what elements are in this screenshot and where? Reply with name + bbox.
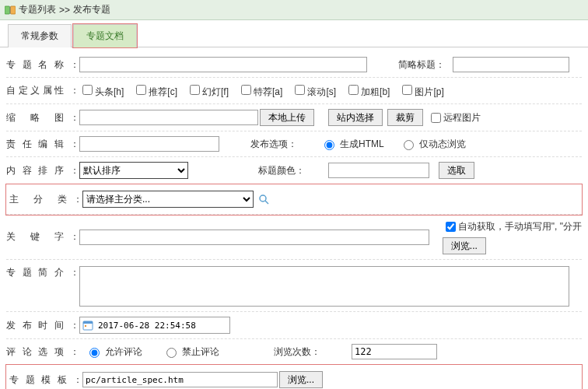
svg-rect-7: [85, 325, 86, 327]
label-pub-time: 发布时间: [6, 319, 68, 332]
custom-attr-group: 头条[h] 推荐[c] 幻灯[f] 特荐[a] 滚动[s] 加粗[b] 图片[p…: [79, 82, 450, 99]
label-deny-comment: 禁止评论: [182, 345, 219, 359]
keywords-browse-button[interactable]: 浏览...: [443, 237, 486, 254]
template-input[interactable]: [82, 372, 278, 387]
flag-b[interactable]: [348, 85, 359, 95]
book-icon: [5, 5, 16, 15]
label-comment-opt: 评论选项: [6, 345, 68, 359]
flag-h[interactable]: [82, 85, 93, 95]
remote-img-checkbox[interactable]: [431, 113, 441, 123]
svg-point-3: [260, 195, 266, 202]
svg-rect-6: [83, 321, 93, 324]
svg-rect-1: [11, 6, 16, 14]
label-sort: 内容排序: [6, 164, 68, 177]
label-editor: 责任编辑: [6, 138, 68, 151]
label-remote-img: 远程图片: [443, 111, 481, 124]
flag-p[interactable]: [402, 85, 412, 95]
label-custom-attr: 自定义属性: [6, 84, 68, 97]
breadcrumb-current: 发布专题: [73, 3, 110, 16]
label-keywords: 关键字: [6, 230, 68, 244]
local-upload-button[interactable]: 本地上传: [260, 109, 314, 126]
radio-allow-comment[interactable]: [89, 348, 100, 358]
main-cat-select[interactable]: 请选择主分类...: [82, 191, 254, 208]
label-title-color: 标题颜色：: [250, 164, 313, 177]
label-allow-comment: 允许评论: [105, 345, 142, 359]
label-pub-option: 发布选项：: [243, 138, 305, 151]
editor-input[interactable]: [79, 136, 219, 152]
tab-general[interactable]: 常规参数: [8, 24, 72, 47]
label-short-title: 简略标题：: [390, 58, 453, 72]
keywords-input[interactable]: [79, 230, 429, 245]
label-main-cat: 主分类: [9, 193, 72, 206]
summary-textarea[interactable]: [79, 266, 569, 307]
crop-button[interactable]: 裁剪: [387, 109, 423, 126]
label-dynamic-only: 仅动态浏览: [419, 138, 466, 151]
template-browse-button[interactable]: 浏览...: [279, 371, 323, 388]
breadcrumb: 专题列表 >> 发布专题: [0, 0, 588, 20]
tab-doc[interactable]: 专题文档: [73, 24, 137, 47]
breadcrumb-sep: >>: [59, 5, 70, 16]
pick-color-button[interactable]: 选取: [439, 162, 474, 179]
label-summary: 专题简介: [6, 266, 68, 279]
label-template: 专题模板: [9, 373, 72, 387]
short-title-input[interactable]: [453, 57, 569, 72]
auto-fetch-checkbox[interactable]: [446, 222, 456, 232]
title-color-input[interactable]: [328, 163, 429, 178]
label-title: 专题名称: [6, 58, 68, 72]
site-select-button[interactable]: 站内选择: [328, 109, 383, 126]
breadcrumb-list[interactable]: 专题列表: [19, 3, 56, 16]
calendar-icon[interactable]: [82, 319, 94, 331]
tabs: 常规参数 专题文档: [0, 22, 588, 47]
flag-a[interactable]: [241, 85, 251, 95]
pub-time-input[interactable]: [96, 318, 228, 332]
label-auto-fetch: 自动获取，手动填写用", "分开: [458, 220, 582, 233]
thumb-input[interactable]: [79, 110, 258, 125]
svg-line-4: [265, 201, 268, 204]
flag-s[interactable]: [295, 85, 305, 95]
radio-dynamic-only[interactable]: [404, 140, 414, 150]
flag-c[interactable]: [136, 85, 146, 95]
svg-rect-0: [5, 6, 10, 14]
magnify-icon[interactable]: [258, 194, 269, 205]
label-thumb: 缩 略 图: [6, 111, 68, 124]
view-count-input[interactable]: [352, 344, 437, 359]
sort-select[interactable]: 默认排序: [79, 162, 188, 179]
label-view-count: 浏览次数：: [266, 345, 328, 359]
flag-f[interactable]: [190, 85, 200, 95]
label-gen-html: 生成HTML: [340, 138, 384, 151]
radio-gen-html[interactable]: [324, 140, 334, 150]
radio-deny-comment[interactable]: [166, 348, 177, 358]
title-input[interactable]: [79, 57, 367, 72]
